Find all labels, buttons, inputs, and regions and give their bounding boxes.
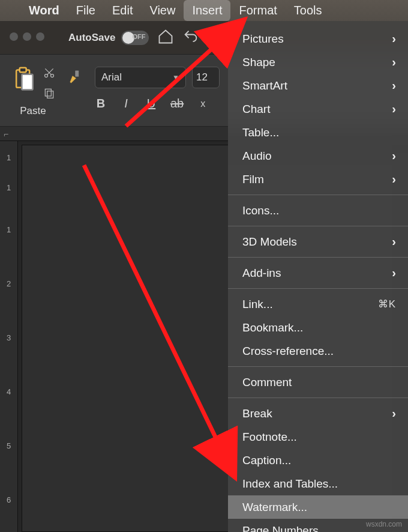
menubar: Word File Edit View Insert Format Tools xyxy=(0,0,408,21)
font-name-select[interactable]: Arial ▼ xyxy=(95,67,186,88)
insert-dropdown: Pictures›Shape›SmartArt›Chart›Table...Au… xyxy=(228,21,408,532)
font-size-select[interactable]: 12 xyxy=(192,67,220,88)
menu-separator xyxy=(228,226,408,226)
menu-item-3d-models[interactable]: 3D Models› xyxy=(228,230,408,253)
menu-edit[interactable]: Edit xyxy=(104,0,141,21)
menu-app[interactable]: Word xyxy=(20,0,68,21)
font-group: Arial ▼ 12 B I U ab x xyxy=(95,67,220,110)
menu-item-index-and-tables[interactable]: Index and Tables... xyxy=(228,472,408,495)
shortcut-label: ⌘K xyxy=(378,298,396,310)
svg-rect-7 xyxy=(75,70,79,77)
menu-item-chart[interactable]: Chart› xyxy=(228,97,408,121)
paste-label: Paste xyxy=(20,105,46,117)
menu-separator xyxy=(228,195,408,195)
toggle-switch[interactable]: OFF xyxy=(121,31,149,45)
autosave-toggle[interactable]: AutoSave OFF xyxy=(68,31,149,45)
menu-separator xyxy=(228,257,408,258)
menu-item-add-ins[interactable]: Add-ins› xyxy=(228,261,408,285)
undo-icon[interactable] xyxy=(182,28,199,47)
chevron-right-icon: › xyxy=(392,32,396,46)
menu-item-film[interactable]: Film› xyxy=(228,168,408,191)
underline-button[interactable]: U xyxy=(145,97,157,110)
chevron-right-icon: › xyxy=(392,149,396,163)
menu-separator xyxy=(228,397,408,398)
chevron-right-icon: › xyxy=(392,407,396,420)
chevron-right-icon: › xyxy=(392,266,396,280)
menu-item-shape[interactable]: Shape› xyxy=(228,50,408,74)
svg-rect-2 xyxy=(22,74,32,90)
menu-item-icons[interactable]: Icons... xyxy=(228,199,408,222)
menu-item-break[interactable]: Break› xyxy=(228,402,408,425)
image-watermark: wsxdn.com xyxy=(366,520,402,528)
menu-item-watermark[interactable]: Watermark... xyxy=(228,495,408,519)
menu-item-comment[interactable]: Comment xyxy=(228,370,408,394)
menu-view[interactable]: View xyxy=(141,0,184,21)
italic-button[interactable]: I xyxy=(120,97,132,110)
menu-item-table[interactable]: Table... xyxy=(228,121,408,144)
svg-rect-1 xyxy=(20,68,26,72)
strikethrough-button[interactable]: ab xyxy=(170,97,184,110)
svg-rect-5 xyxy=(45,89,51,96)
menu-item-pictures[interactable]: Pictures› xyxy=(228,27,408,50)
chevron-right-icon: › xyxy=(392,102,396,116)
autosave-label: AutoSave xyxy=(68,32,115,44)
menu-tools[interactable]: Tools xyxy=(286,0,331,21)
window-traffic-lights[interactable] xyxy=(10,32,49,43)
svg-rect-6 xyxy=(47,91,53,98)
menu-item-smartart[interactable]: SmartArt› xyxy=(228,74,408,97)
menu-item-cross-reference[interactable]: Cross-reference... xyxy=(228,339,408,363)
bold-button[interactable]: B xyxy=(95,97,107,110)
chevron-right-icon: › xyxy=(392,55,396,69)
menu-item-footnote[interactable]: Footnote... xyxy=(228,425,408,449)
copy-icon[interactable] xyxy=(43,87,55,101)
menu-format[interactable]: Format xyxy=(230,0,285,21)
paste-icon[interactable] xyxy=(11,67,37,101)
subscript-button[interactable]: x xyxy=(197,98,209,109)
menu-item-bookmark[interactable]: Bookmark... xyxy=(228,316,408,339)
home-icon[interactable] xyxy=(157,28,174,47)
menu-item-link[interactable]: Link...⌘K xyxy=(228,292,408,316)
paste-group: Paste xyxy=(11,67,55,117)
ruler-vertical[interactable]: 1 1 1 2 3 4 5 6 xyxy=(0,141,18,532)
chevron-right-icon: › xyxy=(392,79,396,92)
cut-icon[interactable] xyxy=(43,67,55,81)
menu-item-caption[interactable]: Caption... xyxy=(228,449,408,472)
format-painter-icon[interactable] xyxy=(67,67,83,87)
tab-stop-icon: ⌐ xyxy=(4,129,8,139)
menu-separator xyxy=(228,366,408,367)
chevron-right-icon: › xyxy=(392,235,396,249)
menu-separator xyxy=(228,288,408,289)
menu-file[interactable]: File xyxy=(68,0,104,21)
chevron-right-icon: › xyxy=(392,172,396,186)
menu-item-audio[interactable]: Audio› xyxy=(228,144,408,168)
chevron-down-icon: ▼ xyxy=(172,73,179,82)
menu-insert[interactable]: Insert xyxy=(184,0,230,21)
